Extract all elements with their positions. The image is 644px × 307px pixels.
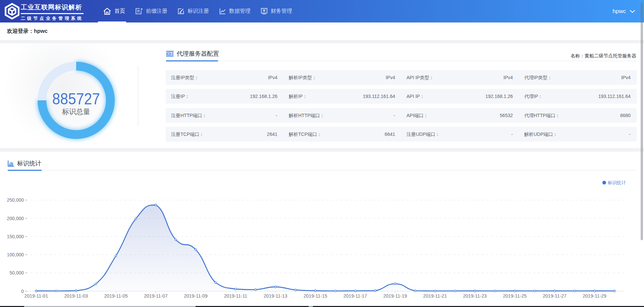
svg-text:250,000: 250,000 <box>7 197 24 203</box>
svg-text:2019-11-07: 2019-11-07 <box>144 293 168 299</box>
svg-text:2019-11-15: 2019-11-15 <box>304 293 327 299</box>
svg-text:2019-11-09: 2019-11-09 <box>184 293 208 299</box>
svg-text:2019-11-23: 2019-11-23 <box>463 293 487 299</box>
svg-text:150,000: 150,000 <box>7 234 24 239</box>
svg-text:2019-11-17: 2019-11-17 <box>343 293 367 299</box>
svg-text:200,000: 200,000 <box>7 216 24 221</box>
svg-text:2019-11-27: 2019-11-27 <box>543 293 567 299</box>
svg-text:2019-11-13: 2019-11-13 <box>264 293 287 299</box>
svg-text:2019-11-25: 2019-11-25 <box>503 293 527 299</box>
svg-text:2019-11-11: 2019-11-11 <box>224 293 248 299</box>
svg-text:2019-11-03: 2019-11-03 <box>64 293 88 299</box>
svg-text:2019-11-19: 2019-11-19 <box>383 293 407 299</box>
svg-text:0: 0 <box>21 289 24 294</box>
svg-text:2019-11-29: 2019-11-29 <box>583 293 606 299</box>
svg-text:100,000: 100,000 <box>7 252 24 257</box>
svg-text:2019-11-05: 2019-11-05 <box>104 293 128 299</box>
svg-text:2019-11-01: 2019-11-01 <box>24 293 48 299</box>
svg-text:标识统计: 标识统计 <box>607 180 626 185</box>
svg-text:2019-11-21: 2019-11-21 <box>423 293 447 299</box>
svg-text:50,000: 50,000 <box>9 270 24 275</box>
